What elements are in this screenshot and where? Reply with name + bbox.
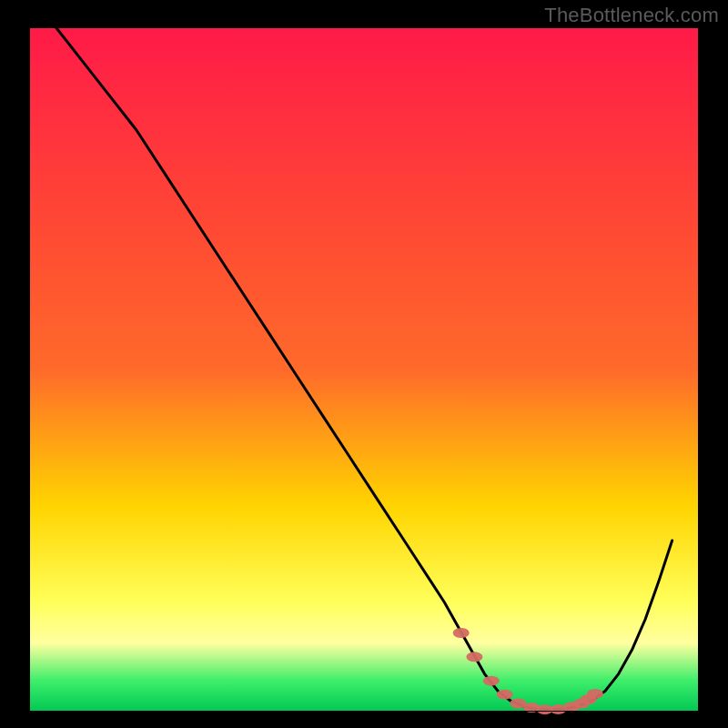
watermark-text: TheBottleneck.com — [544, 4, 719, 27]
svg-rect-0 — [29, 27, 699, 712]
bottleneck-marker — [453, 628, 470, 638]
bottleneck-chart: TheBottleneck.com — [0, 0, 728, 728]
chart-canvas — [0, 0, 728, 728]
bottleneck-marker — [466, 652, 482, 662]
bottleneck-marker — [483, 676, 500, 686]
bottleneck-marker — [587, 689, 603, 699]
bottleneck-marker — [497, 690, 513, 700]
